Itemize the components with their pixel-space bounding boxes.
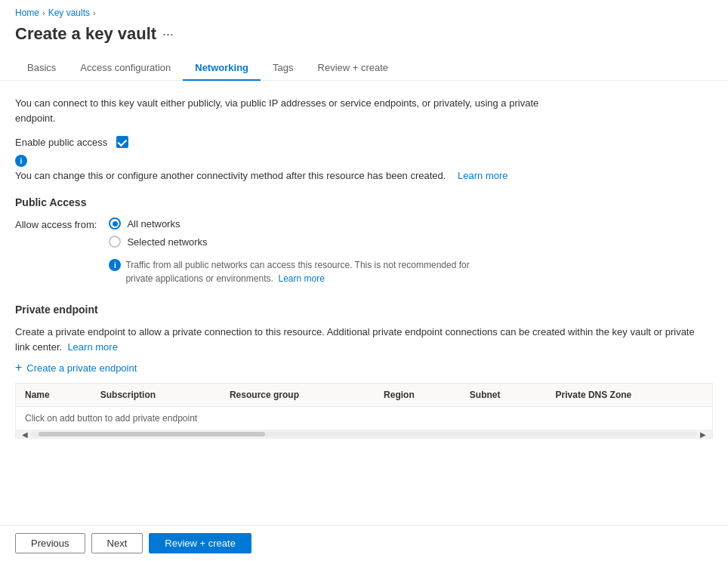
radio-all-networks-label: All networks [127, 218, 180, 230]
enable-public-access-label: Enable public access [15, 137, 107, 148]
add-private-endpoint-button[interactable]: + Create a private endpoint [15, 362, 137, 374]
info-icon: i [15, 155, 27, 167]
private-endpoint-section: Private endpoint Create a private endpoi… [15, 304, 713, 439]
breadcrumb-sep-2: › [93, 8, 96, 17]
table-header-row: Name Subscription Resource group Region … [16, 384, 712, 407]
scrollbar-track [31, 432, 697, 436]
private-endpoint-description: Create a private endpoint to allow a pri… [15, 325, 695, 354]
col-subnet: Subnet [461, 384, 547, 407]
breadcrumb: Home › Key vaults › [0, 0, 728, 21]
allow-access-row: Allow access from: All networks Selected… [15, 217, 713, 285]
scroll-left-arrow[interactable]: ◀ [19, 430, 31, 438]
radio-selected-networks[interactable]: Selected networks [109, 236, 471, 248]
breadcrumb-sep-1: › [42, 8, 45, 17]
private-endpoint-table: Name Subscription Resource group Region … [16, 384, 712, 430]
allow-access-label: Allow access from: [15, 217, 97, 230]
public-access-heading: Public Access [15, 196, 713, 208]
table-empty-message: Click on add button to add private endpo… [16, 407, 712, 430]
col-subscription: Subscription [91, 384, 221, 407]
review-create-button[interactable]: Review + create [149, 533, 251, 553]
radio-all-networks-circle [109, 217, 121, 230]
radio-selected-networks-circle [109, 236, 121, 248]
horizontal-scrollbar[interactable]: ◀ ▶ [16, 430, 712, 438]
content-area: You can connect to this key vault either… [0, 81, 728, 499]
page-header: Create a key vault ··· [0, 21, 728, 56]
access-radio-group: All networks Selected networks i Traffic… [109, 217, 471, 285]
col-region: Region [375, 384, 461, 407]
tab-review-create[interactable]: Review + create [306, 56, 401, 81]
info-row: i [15, 154, 713, 167]
tab-access-configuration[interactable]: Access configuration [68, 56, 183, 81]
traffic-info-icon: i [109, 259, 121, 271]
tabs: Basics Access configuration Networking T… [0, 56, 728, 81]
plus-icon: + [15, 362, 22, 374]
table-empty-row: Click on add button to add private endpo… [16, 407, 712, 430]
networking-description: You can connect to this key vault either… [15, 96, 544, 125]
tab-basics[interactable]: Basics [15, 56, 68, 81]
next-button[interactable]: Next [91, 533, 143, 553]
traffic-info-text: Traffic from all public networks can acc… [125, 258, 471, 285]
enable-public-access-checkbox[interactable] [116, 136, 128, 148]
radio-selected-networks-label: Selected networks [127, 236, 207, 248]
col-resource-group: Resource group [221, 384, 375, 407]
col-name: Name [16, 384, 91, 407]
tab-networking[interactable]: Networking [183, 56, 261, 81]
private-endpoint-table-container: Name Subscription Resource group Region … [15, 383, 713, 439]
radio-all-networks[interactable]: All networks [109, 217, 471, 230]
page-title: Create a key vault [15, 24, 156, 44]
scroll-right-arrow[interactable]: ▶ [697, 430, 709, 438]
more-options-icon[interactable]: ··· [162, 26, 174, 42]
enable-public-access-row: Enable public access [15, 136, 713, 148]
learn-more-link-1[interactable]: Learn more [458, 170, 507, 181]
breadcrumb-home[interactable]: Home [15, 8, 39, 18]
breadcrumb-key-vaults[interactable]: Key vaults [48, 8, 90, 18]
traffic-info-row: i Traffic from all public networks can a… [109, 258, 471, 285]
tab-tags[interactable]: Tags [261, 56, 305, 81]
learn-more-link-2[interactable]: Learn more [278, 273, 324, 284]
add-endpoint-label: Create a private endpoint [26, 362, 137, 374]
private-endpoint-heading: Private endpoint [15, 304, 713, 316]
footer: Previous Next Review + create [0, 525, 728, 561]
previous-button[interactable]: Previous [15, 533, 85, 553]
col-private-dns-zone: Private DNS Zone [547, 384, 712, 407]
scrollbar-thumb [39, 432, 265, 436]
learn-more-link-3[interactable]: Learn more [67, 341, 117, 353]
change-info-row: You can change this or configure another… [15, 170, 713, 181]
change-info-text: You can change this or configure another… [15, 170, 446, 181]
